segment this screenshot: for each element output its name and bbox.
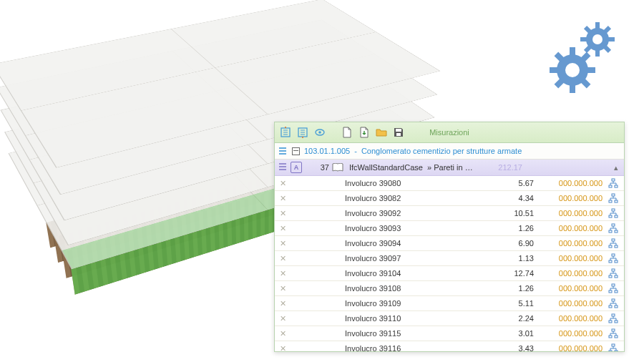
row-value: 6.90 <box>491 239 538 248</box>
remove-row-icon[interactable]: ✕ <box>278 314 288 323</box>
table-row[interactable]: ✕Involucro 390971.13000.000.000 <box>275 251 624 266</box>
svg-rect-52 <box>612 239 615 241</box>
hierarchy-icon[interactable] <box>605 178 621 188</box>
svg-rect-12 <box>570 47 575 56</box>
hierarchy-icon[interactable] <box>605 313 621 323</box>
table-row[interactable]: ✕Involucro 391081.26000.000.000 <box>275 281 624 296</box>
row-code: 000.000.000 <box>541 209 602 217</box>
remove-row-icon[interactable]: ✕ <box>278 224 288 233</box>
item-header-row[interactable]: 103.01.1.005 - Conglomerato cementizio p… <box>275 143 624 160</box>
row-value: 12.74 <box>491 269 538 278</box>
table-row[interactable]: ✕Involucro 390946.90000.000.000 <box>275 236 624 251</box>
export-document-button[interactable] <box>358 126 371 139</box>
grid-scroll[interactable]: ✕Involucro 390805.67000.000.000✕Involucr… <box>275 176 624 351</box>
hierarchy-icon[interactable] <box>605 283 621 293</box>
svg-rect-32 <box>396 129 401 132</box>
row-name: Involucro 39097 <box>343 254 488 263</box>
remove-row-icon[interactable]: ✕ <box>278 239 288 248</box>
hierarchy-icon[interactable] <box>605 208 621 218</box>
expand-tree-button[interactable] <box>296 126 309 139</box>
hierarchy-icon[interactable] <box>605 268 621 278</box>
svg-rect-47 <box>609 215 612 217</box>
row-name: Involucro 39115 <box>343 329 488 338</box>
table-row[interactable]: ✕Involucro 3909210.51000.000.000 <box>275 206 624 221</box>
remove-row-icon[interactable]: ✕ <box>278 269 288 278</box>
svg-rect-13 <box>570 84 575 93</box>
hierarchy-icon[interactable] <box>605 253 621 263</box>
select-all-icon[interactable]: A <box>291 162 302 173</box>
show-hide-button[interactable] <box>313 126 326 139</box>
hierarchy-icon[interactable] <box>605 238 621 248</box>
row-code: 000.000.000 <box>541 284 602 293</box>
row-code: 000.000.000 <box>541 269 602 278</box>
row-value: 3.01 <box>491 329 538 338</box>
svg-point-11 <box>565 63 580 77</box>
group-count: 37 <box>305 163 329 172</box>
group-subheader-row[interactable]: A 37 IfcWallStandardCase » Pareti in c.a… <box>275 160 624 176</box>
table-row[interactable]: ✕Involucro 391102.24000.000.000 <box>275 311 624 326</box>
svg-rect-54 <box>615 245 618 248</box>
panel-toolbar: Misurazioni <box>275 122 624 143</box>
open-folder-button[interactable] <box>375 126 388 139</box>
row-name: Involucro 39094 <box>343 239 488 248</box>
row-name: Involucro 39080 <box>343 179 488 187</box>
svg-rect-67 <box>612 314 615 316</box>
save-button[interactable] <box>392 126 405 139</box>
hierarchy-icon[interactable] <box>605 193 621 203</box>
new-document-button[interactable] <box>341 126 353 139</box>
svg-rect-43 <box>612 194 615 196</box>
hierarchy-icon[interactable] <box>605 328 621 338</box>
remove-row-icon[interactable]: ✕ <box>278 299 288 308</box>
menu-icon[interactable] <box>278 146 288 156</box>
collapse-icon[interactable] <box>292 147 300 155</box>
hierarchy-icon[interactable] <box>605 223 621 233</box>
svg-rect-45 <box>615 200 618 202</box>
collapse-arrow-icon[interactable]: ▴ <box>611 163 621 172</box>
row-name: Involucro 39116 <box>343 344 488 351</box>
row-value: 3.43 <box>491 344 538 351</box>
remove-row-icon[interactable]: ✕ <box>278 209 288 218</box>
svg-rect-60 <box>615 275 618 278</box>
remove-row-icon[interactable]: ✕ <box>278 284 288 293</box>
svg-rect-58 <box>612 269 615 271</box>
table-row[interactable]: ✕Involucro 390824.34000.000.000 <box>275 191 624 206</box>
measurements-grid: ✕Involucro 390805.67000.000.000✕Involucr… <box>275 176 624 351</box>
svg-rect-42 <box>615 185 618 187</box>
row-name: Involucro 39108 <box>343 284 488 293</box>
table-row[interactable]: ✕Involucro 391153.01000.000.000 <box>275 326 624 341</box>
svg-rect-62 <box>609 290 612 293</box>
hierarchy-icon[interactable] <box>605 298 621 308</box>
item-code: 103.01.1.005 <box>304 147 350 155</box>
collapse-tree-button[interactable] <box>279 126 292 139</box>
svg-rect-55 <box>612 254 615 256</box>
table-row[interactable]: ✕Involucro 391095.11000.000.000 <box>275 296 624 311</box>
table-row[interactable]: ✕Involucro 390805.67000.000.000 <box>275 176 624 191</box>
svg-rect-4 <box>580 37 587 41</box>
row-value: 1.26 <box>491 284 538 293</box>
row-name: Involucro 39110 <box>343 314 488 323</box>
table-row[interactable]: ✕Involucro 390931.26000.000.000 <box>275 221 624 236</box>
remove-row-icon[interactable]: ✕ <box>278 329 288 338</box>
remove-row-icon[interactable]: ✕ <box>278 179 288 188</box>
svg-rect-44 <box>609 200 612 202</box>
svg-rect-49 <box>612 224 615 226</box>
row-code: 000.000.000 <box>541 314 602 323</box>
svg-rect-72 <box>615 336 618 338</box>
group-total: 212.17 <box>479 163 527 172</box>
svg-rect-41 <box>609 185 612 187</box>
table-row[interactable]: ✕Involucro 3910412.74000.000.000 <box>275 266 624 281</box>
menu-icon[interactable] <box>278 162 288 173</box>
remove-row-icon[interactable]: ✕ <box>278 194 288 203</box>
row-code: 000.000.000 <box>541 194 602 202</box>
svg-rect-3 <box>595 49 600 57</box>
table-row[interactable]: ✕Involucro 391163.43000.000.000 <box>275 341 624 351</box>
row-name: Involucro 39093 <box>343 224 488 233</box>
group-description: IfcWallStandardCase » Pareti in c.a. <box>346 163 477 172</box>
row-name: Involucro 39082 <box>343 194 488 202</box>
hierarchy-icon[interactable] <box>605 343 621 351</box>
svg-rect-57 <box>615 260 618 263</box>
remove-row-icon[interactable]: ✕ <box>278 344 288 352</box>
svg-rect-74 <box>609 351 612 351</box>
svg-rect-59 <box>609 275 612 278</box>
remove-row-icon[interactable]: ✕ <box>278 254 288 263</box>
